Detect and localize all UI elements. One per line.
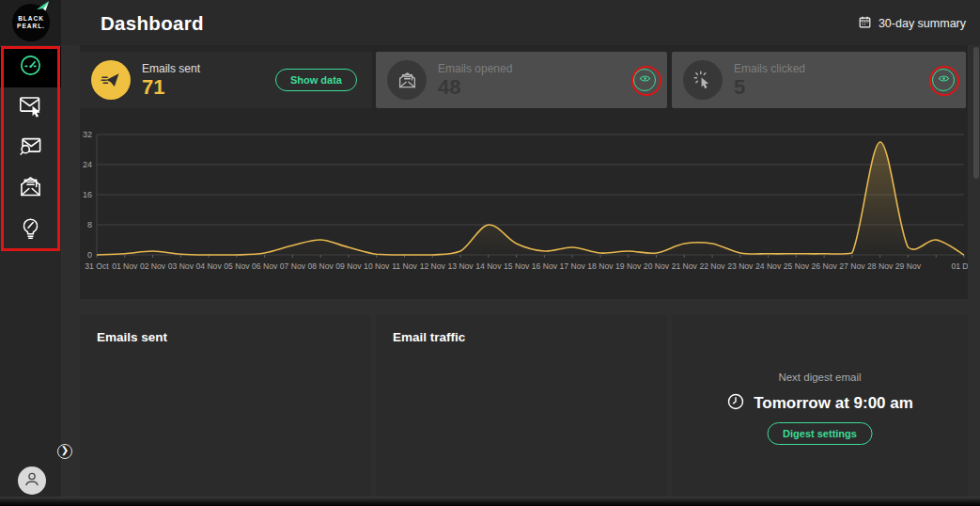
card-emails-sent-breakdown: Emails sent 48% New 52% Reply 0% Forward <box>80 315 371 497</box>
stat-value: 48 <box>438 76 512 99</box>
svg-text:05 Nov: 05 Nov <box>224 261 250 271</box>
svg-text:15 Nov: 15 Nov <box>504 261 530 271</box>
digest-settings-button[interactable]: Digest settings <box>767 422 873 445</box>
user-icon <box>22 468 42 493</box>
svg-text:09 Nov: 09 Nov <box>335 261 362 271</box>
svg-text:10 Nov: 10 Nov <box>364 261 390 271</box>
show-metric-toggle[interactable] <box>932 69 955 91</box>
svg-text:01 Dec: 01 Dec <box>951 261 968 271</box>
svg-text:29 Nov: 29 Nov <box>895 261 922 271</box>
stat-card-emails-clicked: Emails clicked 5 <box>672 52 966 108</box>
card-title: Email traffic <box>393 330 465 344</box>
digest-time: Tomorrow at 9:00 am <box>754 394 913 413</box>
eye-icon <box>639 72 651 87</box>
stat-value: 5 <box>734 76 805 99</box>
dashboard-app: BLACK PEARL. <box>0 0 980 506</box>
svg-text:16: 16 <box>83 190 92 199</box>
stat-label: Emails clicked <box>734 62 805 75</box>
calendar-icon <box>858 15 872 32</box>
cursor-click-icon <box>683 60 723 100</box>
paper-plane-icon <box>35 0 52 17</box>
period-label: 30-day summary <box>879 17 966 30</box>
svg-text:18 Nov: 18 Nov <box>587 261 614 271</box>
eye-icon <box>938 72 950 87</box>
svg-text:23 Nov: 23 Nov <box>727 261 754 271</box>
lightbulb-icon <box>18 214 43 244</box>
stat-card-emails-sent: Emails sent 71 Show data <box>80 52 372 108</box>
vertical-scrollbar[interactable] <box>973 47 979 179</box>
svg-text:25 Nov: 25 Nov <box>784 261 810 271</box>
svg-text:21 Nov: 21 Nov <box>672 261 698 271</box>
brand-name-line2: PEARL. <box>17 23 45 30</box>
svg-text:22 Nov: 22 Nov <box>699 261 725 271</box>
svg-text:28 Nov: 28 Nov <box>867 261 894 271</box>
svg-text:16 Nov: 16 Nov <box>532 261 558 271</box>
svg-text:27 Nov: 27 Nov <box>839 261 865 271</box>
sidebar-item-dashboard[interactable] <box>0 47 61 87</box>
sidebar: BLACK PEARL. <box>0 0 61 506</box>
svg-text:24 Nov: 24 Nov <box>755 261 782 271</box>
svg-text:26 Nov: 26 Nov <box>812 261 838 271</box>
clock-icon <box>726 392 745 415</box>
stat-value: 71 <box>142 76 200 99</box>
envelope-cursor-icon <box>18 93 43 122</box>
chevron-right-icon: ❯ <box>61 445 69 455</box>
svg-text:11 Nov: 11 Nov <box>392 261 417 271</box>
svg-text:07 Nov: 07 Nov <box>280 261 306 271</box>
logo-block[interactable]: BLACK PEARL. <box>0 0 61 45</box>
stat-label: Emails sent <box>142 62 200 75</box>
page-title: Dashboard <box>101 12 204 35</box>
svg-text:06 Nov: 06 Nov <box>252 261 278 271</box>
svg-text:8: 8 <box>87 220 92 229</box>
show-metric-toggle[interactable] <box>633 69 656 91</box>
sidebar-expand-button[interactable]: ❯ <box>57 444 72 459</box>
sidebar-item-emails-sent[interactable] <box>0 87 61 128</box>
svg-text:03 Nov: 03 Nov <box>168 261 194 271</box>
svg-text:12 Nov: 12 Nov <box>420 261 446 271</box>
show-data-button[interactable]: Show data <box>275 69 357 91</box>
digest-label: Next digest email <box>672 372 968 383</box>
svg-text:17 Nov: 17 Nov <box>560 261 586 271</box>
envelope-open-icon <box>18 174 43 203</box>
stat-label: Emails opened <box>438 62 512 75</box>
window-bottom-edge <box>0 497 980 506</box>
paper-plane-icon <box>91 60 131 100</box>
svg-text:14 Nov: 14 Nov <box>475 261 502 271</box>
svg-text:13 Nov: 13 Nov <box>447 261 474 271</box>
svg-text:01 Nov: 01 Nov <box>112 261 138 271</box>
svg-text:19 Nov: 19 Nov <box>615 261 642 271</box>
card-email-traffic: Email traffic 89% Internal 11% External <box>376 315 667 497</box>
line-chart: 0816243231 Oct01 Nov02 Nov03 Nov04 Nov05… <box>80 120 968 282</box>
svg-text:08 Nov: 08 Nov <box>308 261 334 271</box>
svg-text:24: 24 <box>83 160 92 169</box>
envelope-open-icon <box>387 60 427 100</box>
svg-text:0: 0 <box>87 250 92 260</box>
sidebar-item-emails-opened[interactable] <box>0 128 61 168</box>
svg-text:31 Oct: 31 Oct <box>85 261 109 271</box>
period-summary[interactable]: 30-day summary <box>858 15 966 32</box>
envelope-search-icon <box>18 134 43 163</box>
svg-text:20 Nov: 20 Nov <box>644 261 670 271</box>
user-avatar[interactable] <box>18 466 46 495</box>
sidebar-item-insights[interactable] <box>0 209 61 249</box>
gauge-icon <box>18 53 43 82</box>
brand-logo: BLACK PEARL. <box>12 4 50 41</box>
svg-text:04 Nov: 04 Nov <box>195 261 222 271</box>
header-bar: Dashboard 30-day summary <box>61 0 980 45</box>
svg-text:32: 32 <box>83 130 92 139</box>
sidebar-item-email-content[interactable] <box>0 168 61 209</box>
card-next-digest: Next digest email Tomorrow at 9:00 am Di… <box>672 315 968 497</box>
card-title: Emails sent <box>97 330 167 344</box>
sidebar-nav <box>0 47 61 249</box>
stat-card-emails-opened: Emails opened 48 <box>376 52 667 108</box>
svg-text:02 Nov: 02 Nov <box>140 261 166 271</box>
